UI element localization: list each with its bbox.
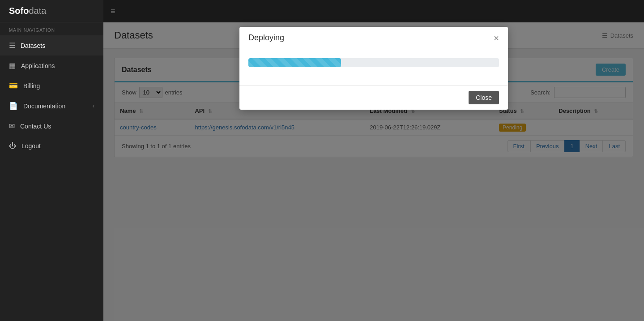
doc-left: 📄 Documentation — [9, 102, 65, 110]
sidebar-item-contact-us[interactable]: ✉ Contact Us — [0, 116, 103, 136]
deploying-modal: Deploying × Close — [239, 27, 508, 110]
billing-icon: 💳 — [9, 81, 18, 90]
modal-title: Deploying — [248, 33, 284, 43]
nav-label: MAIN NAVIGATION — [0, 22, 103, 35]
modal-overlay[interactable]: Deploying × Close — [103, 0, 644, 321]
modal-close-x-button[interactable]: × — [494, 34, 499, 43]
sidebar-item-datasets[interactable]: ☰ Datasets — [0, 35, 103, 56]
sidebar-item-label: Applications — [21, 62, 55, 69]
sidebar: Sofodata MAIN NAVIGATION ☰ Datasets ▦ Ap… — [0, 0, 103, 321]
sidebar-item-label: Billing — [23, 82, 40, 90]
sidebar-item-label: Datasets — [21, 42, 45, 49]
sidebar-logo: Sofodata — [0, 0, 103, 22]
logout-icon: ⏻ — [9, 142, 16, 150]
sidebar-item-applications[interactable]: ▦ Applications — [0, 56, 103, 76]
sidebar-item-documentation[interactable]: 📄 Documentation ‹ — [0, 96, 103, 116]
progress-bar-container — [248, 58, 499, 67]
modal-body — [239, 49, 508, 85]
modal-footer: Close — [239, 85, 508, 110]
logo-text: Sofodata — [9, 6, 46, 16]
sidebar-item-billing[interactable]: 💳 Billing — [0, 76, 103, 96]
chevron-icon: ‹ — [93, 103, 94, 109]
sidebar-item-logout[interactable]: ⏻ Logout — [0, 136, 103, 156]
logo-data: data — [29, 6, 46, 16]
sidebar-item-label: Logout — [21, 142, 41, 150]
sidebar-item-label: Documentation — [23, 103, 65, 110]
documentation-icon: 📄 — [9, 102, 18, 110]
sidebar-item-label: Contact Us — [20, 123, 51, 130]
progress-bar-fill — [248, 58, 341, 67]
modal-close-button[interactable]: Close — [469, 91, 499, 104]
applications-icon: ▦ — [9, 61, 16, 70]
modal-header: Deploying × — [239, 27, 508, 49]
logo-sofo: Sofo — [9, 6, 29, 16]
main-content: ≡ Datasets ☰ Datasets Datasets Create Sh… — [103, 0, 644, 321]
datasets-icon: ☰ — [9, 41, 15, 50]
contact-icon: ✉ — [9, 122, 15, 130]
